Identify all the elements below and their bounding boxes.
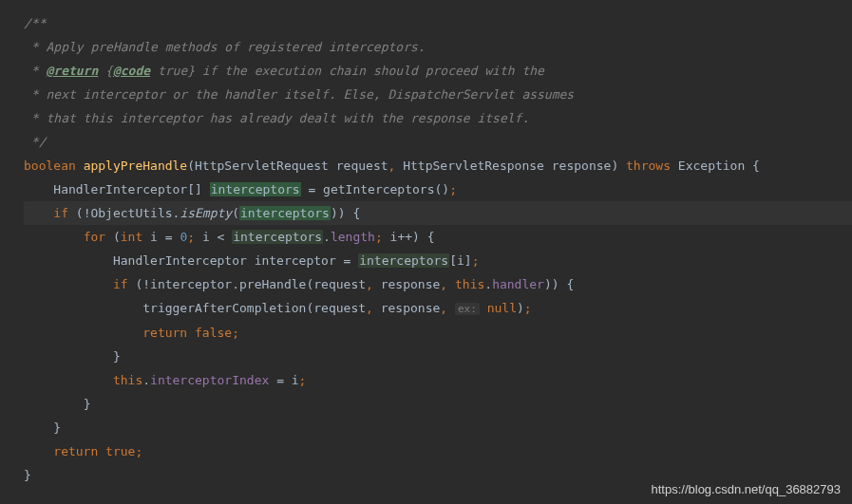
param: response bbox=[552, 159, 612, 173]
code-editor[interactable]: /** * Apply preHandle methods of registe… bbox=[0, 0, 852, 498]
punct: ) bbox=[331, 206, 338, 220]
punct: ( bbox=[187, 159, 195, 173]
punct: ) bbox=[552, 277, 559, 291]
variable: i bbox=[457, 253, 464, 268]
field: handler bbox=[492, 277, 544, 291]
type: HandlerInterceptor bbox=[113, 253, 247, 268]
variable: response bbox=[381, 277, 441, 291]
type: Exception bbox=[678, 159, 745, 173]
punct: ( bbox=[113, 230, 121, 244]
variable-highlighted: interceptors bbox=[232, 230, 323, 244]
variable: request bbox=[313, 301, 366, 315]
semi: ; bbox=[232, 326, 239, 340]
code-line: triggerAfterCompletion(request, response… bbox=[24, 296, 852, 321]
code-line: for (int i = 0; i < interceptors.length;… bbox=[24, 225, 852, 249]
punct: ( bbox=[76, 206, 84, 220]
code-line: } bbox=[24, 416, 852, 439]
code-line: HandlerInterceptor interceptor = interce… bbox=[24, 249, 852, 272]
code-line: return false; bbox=[24, 321, 852, 345]
keyword: boolean bbox=[24, 159, 76, 173]
comment-text: true} if the execution chain should proc… bbox=[150, 64, 544, 78]
punct: { bbox=[352, 206, 360, 220]
punct: ) bbox=[517, 301, 524, 315]
punct: } bbox=[53, 420, 61, 435]
code-line: * next interceptor or the handler itself… bbox=[24, 83, 852, 106]
comment-text: * that this interceptor has already deal… bbox=[24, 111, 529, 125]
variable-highlighted: interceptors bbox=[239, 206, 331, 220]
punct: , bbox=[440, 277, 447, 291]
punct: , bbox=[366, 277, 373, 291]
code-line: this.interceptorIndex = i; bbox=[24, 368, 852, 392]
keyword: return bbox=[53, 444, 98, 458]
punct: = bbox=[344, 253, 351, 268]
doc-tag-return: @return bbox=[46, 64, 98, 78]
code-line: * that this interceptor has already deal… bbox=[24, 106, 852, 130]
punct: = bbox=[308, 182, 315, 196]
type: HandlerInterceptor bbox=[53, 182, 187, 196]
comment-text: /** bbox=[24, 16, 46, 30]
keyword: int bbox=[121, 230, 142, 244]
punct: . bbox=[484, 277, 492, 291]
punct: . bbox=[232, 277, 239, 291]
punct: = bbox=[276, 373, 284, 387]
punct: = bbox=[165, 230, 173, 244]
keyword: if bbox=[53, 206, 68, 220]
comment-text: * bbox=[24, 64, 46, 78]
field: interceptorIndex bbox=[150, 373, 269, 387]
method-call: preHandle bbox=[239, 277, 306, 291]
punct: } bbox=[113, 349, 121, 364]
code-line: return true; bbox=[24, 439, 852, 463]
method-call: triggerAfterCompletion bbox=[142, 301, 306, 315]
semi: ; bbox=[449, 182, 457, 196]
code-line: */ bbox=[24, 130, 852, 154]
punct: ! bbox=[142, 277, 150, 291]
code-line: HandlerInterceptor[] interceptors = getI… bbox=[24, 177, 852, 201]
semi: ; bbox=[187, 230, 195, 244]
punct: < bbox=[218, 230, 225, 244]
semi: ; bbox=[135, 444, 142, 458]
comment-text: * Apply preHandle methods of registered … bbox=[24, 40, 426, 54]
punct: ) bbox=[412, 230, 420, 244]
punct: ) bbox=[544, 277, 552, 291]
keyword: for bbox=[84, 230, 105, 244]
punct: { bbox=[752, 159, 760, 173]
type: HttpServletResponse bbox=[403, 159, 544, 173]
code-line: boolean applyPreHandle(HttpServletReques… bbox=[24, 154, 852, 177]
punct: , bbox=[440, 301, 447, 315]
code-line: * Apply preHandle methods of registered … bbox=[24, 35, 852, 59]
comment-text: * next interceptor or the handler itself… bbox=[24, 87, 574, 102]
variable: i bbox=[150, 230, 158, 244]
method-call: isEmpty bbox=[180, 206, 232, 220]
variable: response bbox=[381, 301, 441, 315]
keyword: if bbox=[113, 277, 128, 291]
variable-highlighted: interceptors bbox=[210, 182, 301, 196]
punct: { bbox=[427, 230, 435, 244]
variable-highlighted: interceptors bbox=[358, 253, 449, 268]
code-line-current: if (!ObjectUtils.isEmpty(interceptors)) … bbox=[24, 201, 852, 225]
keyword: false bbox=[195, 326, 232, 340]
doc-tag-code: @code bbox=[113, 64, 150, 78]
keyword: return bbox=[142, 326, 187, 340]
punct: () bbox=[435, 182, 450, 196]
field: length bbox=[331, 230, 375, 244]
parameter-hint: ex: bbox=[455, 303, 480, 315]
punct: { bbox=[566, 277, 574, 291]
punct: , bbox=[366, 301, 373, 315]
punct: ) bbox=[611, 159, 618, 173]
method-name: applyPreHandle bbox=[84, 159, 188, 173]
comment-text: */ bbox=[24, 135, 46, 149]
punct: [] bbox=[187, 182, 202, 196]
watermark-text: https://blog.csdn.net/qq_36882793 bbox=[652, 482, 842, 496]
method-call: getInterceptors bbox=[323, 182, 434, 196]
punct: ( bbox=[232, 206, 239, 220]
code-line: /** bbox=[24, 11, 852, 35]
expr: i++ bbox=[390, 230, 412, 244]
punct: [ bbox=[449, 253, 457, 268]
code-line: if (!interceptor.preHandle(request, resp… bbox=[24, 272, 852, 296]
semi: ; bbox=[299, 373, 307, 387]
code-line: } bbox=[24, 345, 852, 368]
punct: . bbox=[142, 373, 150, 387]
keyword: true bbox=[105, 444, 135, 458]
code-line: } bbox=[24, 392, 852, 416]
variable: i bbox=[202, 230, 210, 244]
